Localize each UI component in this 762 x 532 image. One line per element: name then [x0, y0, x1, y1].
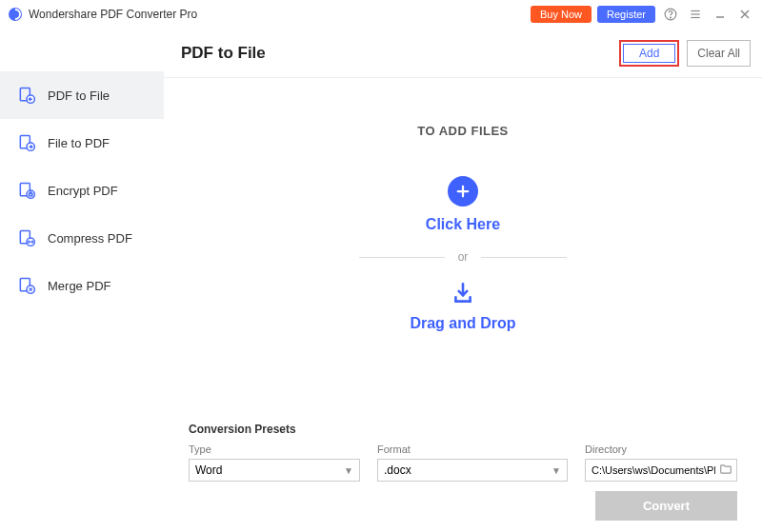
- pdf-to-file-icon: [17, 86, 36, 105]
- add-button[interactable]: Add: [623, 44, 675, 63]
- format-label: Format: [377, 443, 568, 455]
- or-divider: or: [359, 250, 568, 264]
- compress-pdf-icon: [17, 228, 36, 247]
- conversion-presets: Conversion Presets Type Word ▼ Format .d…: [164, 413, 762, 532]
- register-button[interactable]: Register: [597, 6, 655, 23]
- close-icon[interactable]: [735, 5, 754, 24]
- chevron-down-icon: ▼: [551, 465, 561, 476]
- sidebar-item-label: PDF to File: [48, 89, 110, 103]
- sidebar-item-label: File to PDF: [48, 136, 110, 150]
- add-button-highlight: Add: [619, 40, 679, 67]
- page-header: PDF to File Add Clear All: [164, 29, 762, 78]
- chevron-down-icon: ▼: [344, 465, 353, 476]
- download-icon: [451, 281, 475, 309]
- format-value: .docx: [384, 463, 411, 477]
- drag-and-drop-label[interactable]: Drag and Drop: [410, 315, 515, 332]
- sidebar-item-label: Compress PDF: [48, 231, 132, 246]
- to-add-files-label: TO ADD FILES: [417, 124, 509, 138]
- type-combobox[interactable]: Word ▼: [189, 459, 360, 482]
- buy-now-button[interactable]: Buy Now: [531, 6, 592, 23]
- type-value: Word: [195, 463, 222, 477]
- directory-input[interactable]: C:\Users\ws\Documents\PDFConvert: [585, 459, 737, 482]
- format-field: Format .docx ▼: [377, 443, 568, 482]
- sidebar: PDF to File File to PDF Encrypt PDF Comp…: [0, 29, 164, 532]
- header-actions: Add Clear All: [619, 40, 751, 67]
- drop-zone[interactable]: TO ADD FILES Click Here or Drag and Drop…: [164, 78, 762, 532]
- or-text: or: [458, 250, 469, 264]
- folder-icon[interactable]: [719, 463, 732, 478]
- main-panel: PDF to File Add Clear All TO ADD FILES C…: [164, 29, 762, 532]
- encrypt-pdf-icon: [17, 181, 36, 200]
- svg-point-2: [671, 17, 672, 18]
- app-logo-icon: [8, 7, 23, 22]
- directory-value: C:\Users\ws\Documents\PDFConvert: [592, 464, 715, 476]
- presets-title: Conversion Presets: [189, 423, 737, 436]
- directory-field: Directory C:\Users\ws\Documents\PDFConve…: [585, 443, 737, 482]
- titlebar-actions: Buy Now Register: [531, 5, 754, 24]
- merge-pdf-icon: [17, 276, 36, 295]
- page-title: PDF to File: [181, 44, 266, 63]
- sidebar-item-merge-pdf[interactable]: Merge PDF: [0, 262, 164, 309]
- sidebar-item-compress-pdf[interactable]: Compress PDF: [0, 214, 164, 262]
- app-title-group: Wondershare PDF Converter Pro: [8, 7, 197, 22]
- click-here-link[interactable]: Click Here: [426, 216, 500, 233]
- file-to-pdf-icon: [17, 133, 36, 152]
- convert-button[interactable]: Convert: [595, 491, 737, 521]
- sidebar-item-pdf-to-file[interactable]: PDF to File: [0, 71, 164, 119]
- help-icon[interactable]: [661, 5, 680, 24]
- type-label: Type: [189, 443, 360, 455]
- divider-line-left: [359, 257, 445, 258]
- type-field: Type Word ▼: [189, 443, 360, 482]
- directory-label: Directory: [585, 443, 737, 455]
- sidebar-item-encrypt-pdf[interactable]: Encrypt PDF: [0, 167, 164, 214]
- format-combobox[interactable]: .docx ▼: [377, 459, 568, 482]
- app-title: Wondershare PDF Converter Pro: [29, 8, 197, 21]
- clear-all-button[interactable]: Clear All: [687, 40, 751, 67]
- minimize-icon[interactable]: [711, 5, 730, 24]
- divider-line-right: [481, 257, 567, 258]
- menu-icon[interactable]: [686, 5, 705, 24]
- titlebar: Wondershare PDF Converter Pro Buy Now Re…: [0, 0, 762, 29]
- sidebar-item-file-to-pdf[interactable]: File to PDF: [0, 119, 164, 167]
- sidebar-item-label: Merge PDF: [48, 279, 110, 293]
- add-files-plus-button[interactable]: [448, 176, 478, 207]
- sidebar-item-label: Encrypt PDF: [48, 184, 118, 198]
